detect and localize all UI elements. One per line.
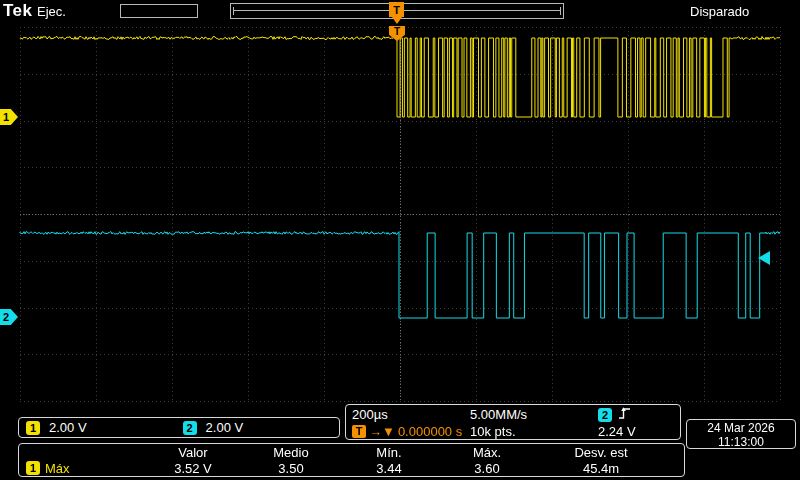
oscilloscope-screen: Tek Ejec. T Disparado T 1 2 1 2.00 V 2 2… — [0, 0, 800, 480]
channel2-scale: 2.00 V — [206, 420, 244, 435]
run-status-label: Ejec. — [37, 4, 66, 19]
measurement-row-label: 1 Máx — [19, 461, 144, 476]
trigger-position-arrow-icon — [392, 17, 402, 24]
horizontal-trigger-readout: 200µs 5.00MM/s 2 T →▼ 0.000000 s 10k pts… — [345, 404, 681, 440]
trigger-level-value: 2.24 V — [598, 424, 674, 439]
measurement-valor: 3.52 V — [144, 461, 242, 476]
trigger-level-arrow-icon — [758, 251, 770, 265]
measurement-medio: 3.50 — [242, 461, 340, 476]
acquisition-status-box — [120, 4, 198, 18]
datetime-readout: 24 Mar 2026 11:13:00 — [686, 419, 796, 449]
rising-edge-icon — [618, 406, 631, 423]
channel1-badge: 1 — [26, 421, 40, 435]
trigger-source-badge: 2 — [598, 408, 612, 422]
col-header-desv: Desv. est — [536, 445, 666, 460]
channel-scale-readout: 1 2.00 V 2 2.00 V — [18, 417, 340, 438]
measurement-min: 3.44 — [340, 461, 438, 476]
col-header-valor: Valor — [144, 445, 242, 460]
trigger-position-marker-icon: T — [389, 2, 404, 17]
channel2-badge: 2 — [183, 421, 197, 435]
measurement-table: Valor Medio Mín. Máx. Desv. est 1 Máx 3.… — [18, 443, 685, 477]
record-length: 10k pts. — [470, 424, 598, 439]
record-end-tick — [560, 7, 561, 15]
measurement-source-badge: 1 — [26, 461, 40, 475]
time-per-division: 200µs — [352, 407, 470, 422]
trigger-delay-value: 0.000000 s — [398, 424, 462, 439]
measurement-max: 3.60 — [438, 461, 536, 476]
trigger-status-label: Disparado — [690, 4, 749, 19]
col-header-max: Máx. — [438, 445, 536, 460]
measurement-desv: 45.4m — [536, 461, 666, 476]
tek-logo: Tek — [3, 1, 33, 21]
channel1-scale: 2.00 V — [49, 420, 87, 435]
trigger-t-badge: T — [352, 425, 366, 438]
time-label: 11:13:00 — [687, 435, 795, 449]
trigger-delay-arrows-icon: →▼ — [369, 424, 395, 439]
record-start-tick — [233, 7, 234, 15]
col-header-min: Mín. — [340, 445, 438, 460]
measurement-name: Máx — [45, 461, 70, 476]
sample-rate: 5.00MM/s — [470, 407, 598, 422]
col-header-medio: Medio — [242, 445, 340, 460]
date-label: 24 Mar 2026 — [687, 421, 795, 435]
